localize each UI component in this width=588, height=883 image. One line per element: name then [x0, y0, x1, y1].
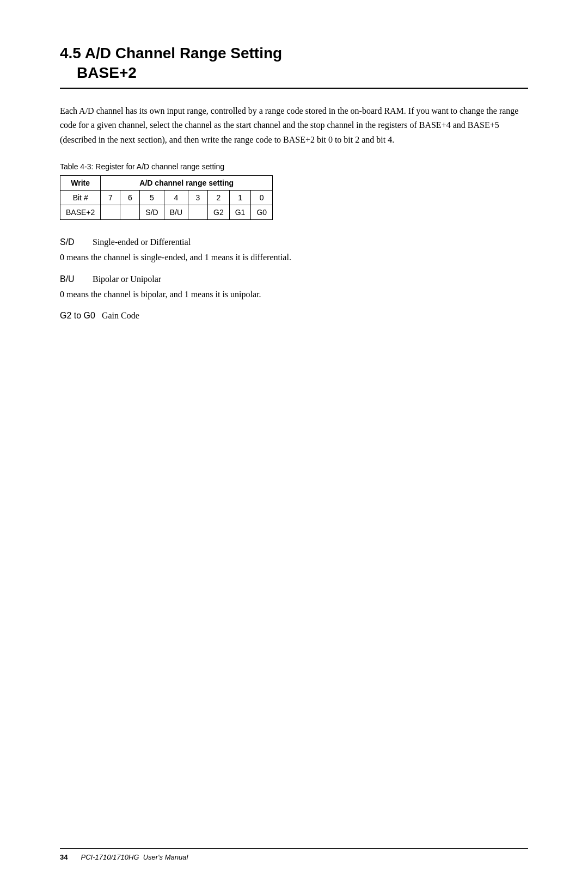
table-cell-base2-7: [101, 205, 120, 219]
table-header-adchannel: A/D channel range setting: [101, 175, 273, 190]
table-col-7: 7: [101, 190, 120, 205]
table-col-bitnumber: Bit #: [60, 190, 101, 205]
table-cell-base2-5: S/D: [140, 205, 164, 219]
definition-sd-code: S/D: [60, 237, 86, 247]
definition-bu-detail: 0 means the channel is bipolar, and 1 me…: [60, 287, 528, 302]
definition-bu-code: B/U: [60, 274, 86, 284]
table-header-write: Write: [60, 175, 101, 190]
table-row-base2: BASE+2 S/D B/U G2 G1 G0: [60, 205, 273, 219]
table-col-5: 5: [140, 190, 164, 205]
definition-bu: B/U Bipolar or Unipolar 0 means the chan…: [60, 274, 528, 302]
section-title-line2: BASE+2: [60, 64, 137, 81]
table-caption: Table 4-3: Register for A/D channel rang…: [60, 162, 528, 171]
section-title-line1: 4.5 A/D Channel Range Setting: [60, 45, 282, 62]
section-title: 4.5 A/D Channel Range Setting BASE+2: [60, 44, 528, 83]
footer: 34 PCI-1710/1710HG User's Manual: [60, 848, 528, 861]
table-col-3: 3: [188, 190, 208, 205]
register-table: Write A/D channel range setting Bit # 7 …: [60, 175, 273, 220]
table-cell-base2-label: BASE+2: [60, 205, 101, 219]
page-container: 4.5 A/D Channel Range Setting BASE+2 Eac…: [0, 0, 588, 883]
table-cell-base2-2: G2: [208, 205, 230, 219]
table-col-4: 4: [164, 190, 188, 205]
footer-manual-space: [139, 853, 143, 861]
table-col-1: 1: [229, 190, 251, 205]
title-divider: [60, 88, 528, 89]
footer-manual: User's Manual: [143, 853, 188, 861]
body-paragraph: Each A/D channel has its own input range…: [60, 104, 528, 147]
definition-sd-detail: 0 means the channel is single-ended, and…: [60, 250, 528, 265]
table-cell-base2-4: B/U: [164, 205, 188, 219]
table-cell-base2-6: [120, 205, 140, 219]
footer-page-number: 34: [60, 853, 68, 861]
table-col-2: 2: [208, 190, 230, 205]
definition-sd-term: S/D Single-ended or Differential: [60, 237, 528, 247]
definition-g2g0: G2 to G0 Gain Code: [60, 311, 528, 321]
table-cell-base2-0: G0: [251, 205, 273, 219]
definition-sd: S/D Single-ended or Differential 0 means…: [60, 237, 528, 265]
table-col-0: 0: [251, 190, 273, 205]
footer-product: PCI-1710/1710HG: [81, 853, 139, 861]
definition-g2g0-code: G2 to G0: [60, 311, 95, 320]
table-cell-base2-1: G1: [229, 205, 251, 219]
table-col-6: 6: [120, 190, 140, 205]
definition-bu-term: B/U Bipolar or Unipolar: [60, 274, 528, 284]
table-cell-base2-3: [188, 205, 208, 219]
